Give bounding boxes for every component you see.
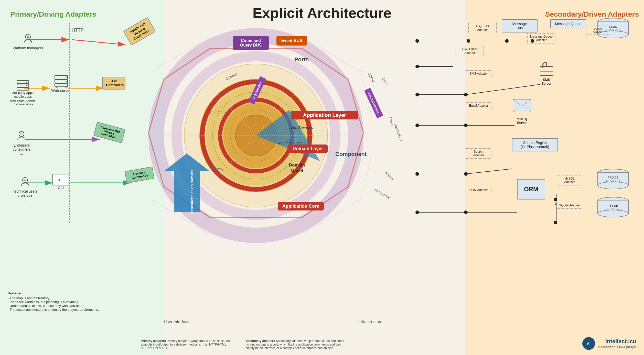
mailing-server-icon xyxy=(512,98,532,116)
svg-point-94 xyxy=(415,39,419,43)
sms-server-label: SMSServer xyxy=(538,78,555,85)
sms-server-icon xyxy=(538,61,555,77)
note4: - The actual architecture is driven by t… xyxy=(8,308,156,312)
primary-adapters-description: Primary adapters Primary adapters wrap a… xyxy=(141,339,233,350)
left-section-title: Primary/Driving Adapters xyxy=(10,10,96,18)
web-server-label: Web server xyxy=(51,88,71,93)
logo: Ai intellect.icu Искусственный разум xyxy=(582,337,636,350)
email-adapter-box: Email Adapter xyxy=(466,102,491,109)
message-bus-box: MessageBus xyxy=(502,19,538,32)
svg-point-18 xyxy=(27,36,28,37)
persistence-label: Persistence xyxy=(374,188,391,200)
dependencies-arrow: Dependencies go inwards xyxy=(161,151,212,216)
platform-managers-label: Platform managers... xyxy=(13,46,43,54)
svg-text:(ie. SQLite): (ie. SQLite) xyxy=(607,208,620,211)
svg-point-99 xyxy=(415,93,419,96)
infrastructure-label: Infrastructure xyxy=(358,320,382,324)
orm-adapter-box: ORM Adapter xyxy=(466,187,491,193)
architecture-diagram xyxy=(141,13,371,269)
cli-icon: >_ xyxy=(52,174,69,185)
logo-subtitle: Искусственный разум xyxy=(598,345,636,349)
mailing-server: MailingServer xyxy=(512,98,532,125)
svg-point-24 xyxy=(26,82,27,83)
svg-point-35 xyxy=(66,81,67,82)
svg-text:PRD DB: PRD DB xyxy=(608,176,618,179)
svg-point-73 xyxy=(598,210,628,217)
third-party-icon xyxy=(16,79,30,91)
svg-text:TST DB: TST DB xyxy=(608,204,618,207)
however-notes: However: - The map is not the territory.… xyxy=(8,291,156,312)
right-section-title: Secondary/Driven Adapters xyxy=(545,10,639,18)
svg-marker-50 xyxy=(164,153,210,212)
message-queue-adapter-box: Message Queue Adapter xyxy=(527,33,555,43)
web-server-icon xyxy=(53,74,69,88)
search-engine-box: Search Engine(ie. Elasticsearch) xyxy=(512,138,558,151)
note3: - Understand all of this, but use only w… xyxy=(8,304,156,308)
svg-point-28 xyxy=(22,134,23,134)
svg-point-103 xyxy=(415,172,419,176)
secondary-adapters-title: Secondary adapters xyxy=(246,339,275,343)
svg-rect-23 xyxy=(17,88,29,90)
api-controllers: APIControllers xyxy=(102,77,125,90)
svg-point-98 xyxy=(415,65,419,68)
svg-text:⚙: ⚙ xyxy=(24,179,26,182)
notifications-label: Notifications xyxy=(393,123,403,142)
domain-model-label: DomainModel xyxy=(279,162,315,174)
app-core-label: Application Core xyxy=(278,202,324,210)
svg-point-68 xyxy=(598,182,628,189)
svg-rect-33 xyxy=(55,84,68,87)
component-label: Component xyxy=(335,151,367,158)
command-query-bus: Command Query BUS xyxy=(233,36,269,50)
secondary-adapters-description: Secondary adapters Secondary adapters wr… xyxy=(246,339,348,350)
domain-services-label: Domain Services xyxy=(276,141,305,145)
svg-point-25 xyxy=(26,85,27,86)
logo-brand: intellect.icu xyxy=(598,338,636,345)
svg-point-26 xyxy=(19,131,24,137)
orm-box: ORM xyxy=(517,179,545,199)
message-queue-box: Message Queue xyxy=(550,19,586,28)
primary-adapters-title: Primary adapters xyxy=(141,339,166,343)
sms-adapter-box: SMS Adapter xyxy=(466,70,491,77)
svg-text:Queue: Queue xyxy=(609,25,617,28)
actor-technical-users: ⚙ Technical userscron jobs... xyxy=(13,176,38,202)
svg-text:Dependencies go inwards: Dependencies go inwards xyxy=(190,170,194,214)
mysql-adapter-box: MySQL Adapter xyxy=(557,175,582,185)
user-interface-label: User Interface xyxy=(164,320,189,324)
event-bus-adapter-box: Event BUS Adapter xyxy=(456,46,484,56)
cli-box: >_ CLI xyxy=(52,174,69,190)
dashed-divider-left xyxy=(69,23,70,223)
event-bus: Event BUS xyxy=(276,36,307,46)
actor-end-users: End-usersconsumers... xyxy=(13,130,30,156)
technical-users-label: Technical userscron jobs... xyxy=(13,189,38,202)
tst-db: TST DB (ie. SQLite) xyxy=(596,197,630,218)
actor-third-party: 3rd party appsmobile appsmessage queuesm… xyxy=(10,79,36,110)
page-title: Explicit Architecture xyxy=(253,5,392,21)
app-services-label: App. Services xyxy=(289,125,313,130)
actor-platform-managers: Platform managers... xyxy=(13,33,43,54)
search-adapter-box: Search Adapter xyxy=(466,148,491,159)
sms-server: SMSServer xyxy=(538,61,555,85)
domain-layer-label: Domain Layer xyxy=(288,145,328,153)
cq-bus-adapter-box: C/Q BUS Adapter xyxy=(468,23,497,33)
end-users-icon xyxy=(15,130,28,143)
prd-db: PRD DB (ie. MySQL) xyxy=(596,169,630,190)
ebus-label: EBus xyxy=(381,77,389,85)
third-party-label: 3rd party appsmobile appsmessage queuesm… xyxy=(10,91,36,110)
web-server: Web server xyxy=(51,74,71,93)
svg-point-34 xyxy=(66,77,67,78)
mailing-server-label: MailingServer xyxy=(512,117,532,125)
end-users-label: End-usersconsumers... xyxy=(13,143,30,156)
svg-point-27 xyxy=(20,134,21,134)
svg-rect-58 xyxy=(540,66,553,75)
svg-point-101 xyxy=(415,124,419,127)
technical-users-icon: ⚙ xyxy=(19,176,31,189)
platform-manager-icon xyxy=(22,33,34,46)
svg-text:(ie. MySQL): (ie. MySQL) xyxy=(606,180,620,183)
ports-label: Ports xyxy=(294,56,309,63)
sqlite-adapter-box: SQLite Adapter xyxy=(557,202,582,209)
application-layer-label: Application Layer xyxy=(291,111,358,119)
search-label: Search xyxy=(384,171,394,181)
note2: - Plans are worthless, but planning is e… xyxy=(8,300,156,304)
logo-icon: Ai xyxy=(582,337,595,350)
tst-db-icon: TST DB (ie. SQLite) xyxy=(596,197,630,217)
